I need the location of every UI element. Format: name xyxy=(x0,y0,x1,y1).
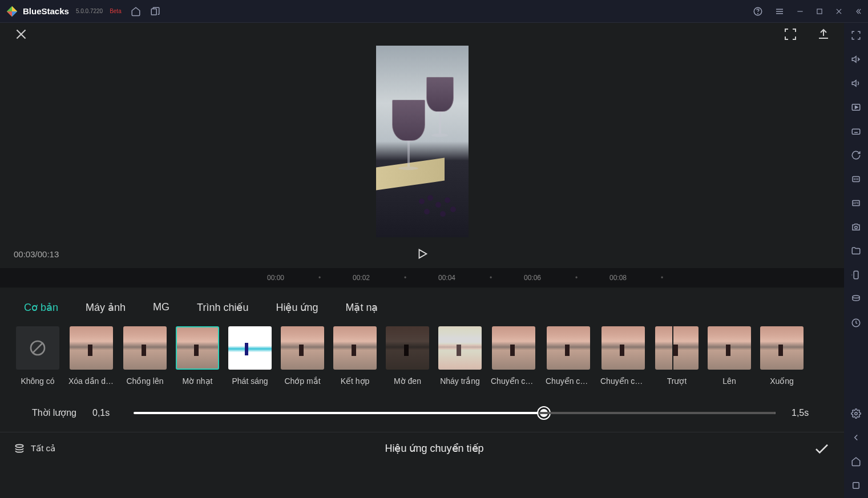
effect-thumb[interactable] xyxy=(708,326,751,370)
transition-effect-8[interactable]: Nháy trắng xyxy=(438,326,482,386)
tab-3[interactable]: Trình chiếu xyxy=(197,301,248,314)
minimize-icon[interactable] xyxy=(796,7,804,15)
collapse-sidebar-icon[interactable] xyxy=(854,7,862,15)
tab-5[interactable]: Mặt nạ xyxy=(345,301,378,314)
duration-slider[interactable] xyxy=(134,412,776,414)
apk-icon[interactable]: APK xyxy=(850,197,862,209)
effect-thumb[interactable] xyxy=(70,326,113,370)
effect-thumb[interactable] xyxy=(492,326,535,370)
effect-label: Xuống xyxy=(770,376,794,386)
tab-0[interactable]: Cơ bản xyxy=(24,301,58,314)
transition-effect-5[interactable]: Chớp mắt xyxy=(281,326,324,386)
effect-label: Lên xyxy=(722,376,736,386)
svg-point-39 xyxy=(855,412,858,415)
back-icon[interactable] xyxy=(850,432,862,443)
transition-effect-11[interactable]: Chuyển cản.. xyxy=(600,326,646,386)
effect-thumb[interactable] xyxy=(386,326,429,370)
duration-row: Thời lượng 0,1s 1,5s xyxy=(14,389,830,432)
tab-1[interactable]: Máy ảnh xyxy=(86,301,126,314)
menu-icon[interactable] xyxy=(774,6,785,17)
home-icon[interactable] xyxy=(131,6,141,17)
rotate-icon[interactable] xyxy=(850,269,862,281)
duration-label: Thời lượng xyxy=(27,407,76,418)
transition-effect-2[interactable]: Chồng lên xyxy=(123,326,167,386)
effect-thumb[interactable] xyxy=(281,326,324,370)
fullscreen-icon[interactable] xyxy=(784,27,797,41)
clock-icon[interactable] xyxy=(850,317,862,329)
multiwindow-icon[interactable] xyxy=(150,6,160,17)
effect-thumb[interactable] xyxy=(655,326,699,370)
timeline-tick: 00:08 xyxy=(609,274,627,282)
effect-label: Chuyển cản.. xyxy=(546,376,591,386)
transition-effect-3[interactable]: Mờ nhạt xyxy=(176,326,219,386)
effect-thumb[interactable] xyxy=(228,326,272,370)
effect-label: Nháy trắng xyxy=(440,376,480,386)
effect-label: Chuyển cản.. xyxy=(600,376,646,386)
preview-toolbar xyxy=(0,23,844,46)
transition-tabs: Cơ bảnMáy ảnhMGTrình chiếuHiệu ứngMặt nạ xyxy=(14,298,830,324)
svg-point-35 xyxy=(855,226,858,229)
svg-point-20 xyxy=(15,444,23,447)
transition-effect-7[interactable]: Mờ đen xyxy=(386,326,429,386)
transition-effects-row: Không cóXóa dần dầnChồng lênMờ nhạtPhát … xyxy=(14,324,830,389)
svg-marker-2 xyxy=(7,11,12,17)
confirm-button[interactable] xyxy=(813,440,830,457)
transition-effect-0[interactable]: Không có xyxy=(16,326,59,386)
transition-effect-13[interactable]: Lên xyxy=(708,326,751,386)
volume-up-icon[interactable] xyxy=(850,54,862,65)
transition-panel: Cơ bảnMáy ảnhMGTrình chiếuHiệu ứngMặt nạ… xyxy=(0,288,844,432)
location-icon[interactable] xyxy=(850,293,862,305)
svg-rect-27 xyxy=(852,129,860,134)
transition-effect-4[interactable]: Phát sáng xyxy=(228,326,272,386)
effect-thumb[interactable] xyxy=(123,326,167,370)
settings-icon[interactable] xyxy=(850,408,862,419)
timeline-tick: 00:00 xyxy=(267,274,284,282)
svg-rect-4 xyxy=(151,9,156,15)
recents-icon[interactable] xyxy=(850,480,862,491)
tab-2[interactable]: MG xyxy=(153,301,169,314)
help-icon[interactable] xyxy=(753,6,763,17)
effect-thumb[interactable] xyxy=(16,326,59,370)
play-button[interactable] xyxy=(416,248,429,260)
macro-icon[interactable] xyxy=(850,173,862,185)
svg-point-6 xyxy=(758,13,758,14)
app-name: BlueStacks xyxy=(23,6,69,16)
screenshot-icon[interactable] xyxy=(850,221,862,233)
transition-effect-1[interactable]: Xóa dần dần xyxy=(68,326,114,386)
keyboard-icon[interactable] xyxy=(850,125,862,137)
effect-thumb[interactable] xyxy=(547,326,590,370)
maximize-icon[interactable] xyxy=(815,7,823,15)
transition-effect-14[interactable]: Xuống xyxy=(760,326,804,386)
volume-icon[interactable] xyxy=(850,78,862,89)
fullscreen-sb-icon[interactable] xyxy=(850,30,862,41)
effect-thumb[interactable] xyxy=(438,326,482,370)
apply-to-all-button[interactable]: Tất cả xyxy=(14,443,55,454)
media-folder-icon[interactable] xyxy=(850,245,862,257)
video-editor: 00:03/00:13 00:00 • 00:02 • 00:04 • 00:0… xyxy=(0,23,844,498)
preview-frame xyxy=(376,46,469,237)
transition-effect-12[interactable]: Trượt xyxy=(655,326,699,386)
effect-label: Trượt xyxy=(667,376,687,386)
timeline-tick: 00:04 xyxy=(438,274,455,282)
effect-thumb[interactable] xyxy=(333,326,377,370)
transition-effect-6[interactable]: Kết hợp xyxy=(333,326,377,386)
transition-effect-9[interactable]: Chuyển cản.. xyxy=(491,326,536,386)
effect-label: Phát sáng xyxy=(232,376,268,386)
apply-all-label: Tất cả xyxy=(31,443,55,454)
close-window-icon[interactable] xyxy=(835,7,843,15)
lock-cursor-icon[interactable] xyxy=(850,102,862,113)
home-sb-icon[interactable] xyxy=(850,456,862,467)
sync-icon[interactable] xyxy=(850,149,862,161)
tab-4[interactable]: Hiệu ứng xyxy=(276,301,318,314)
transition-effect-10[interactable]: Chuyển cản.. xyxy=(546,326,591,386)
timeline-ruler[interactable]: 00:00 • 00:02 • 00:04 • 00:06 • 00:08 • xyxy=(0,268,844,288)
effect-thumb[interactable] xyxy=(176,326,219,370)
export-icon[interactable] xyxy=(817,27,830,41)
effect-thumb[interactable] xyxy=(601,326,645,370)
close-editor-icon[interactable] xyxy=(14,27,29,42)
svg-marker-1 xyxy=(12,6,17,11)
svg-rect-36 xyxy=(854,271,858,279)
app-version: 5.0.0.7220 xyxy=(76,8,103,14)
effect-thumb[interactable] xyxy=(760,326,804,370)
duration-slider-knob[interactable] xyxy=(538,407,550,419)
